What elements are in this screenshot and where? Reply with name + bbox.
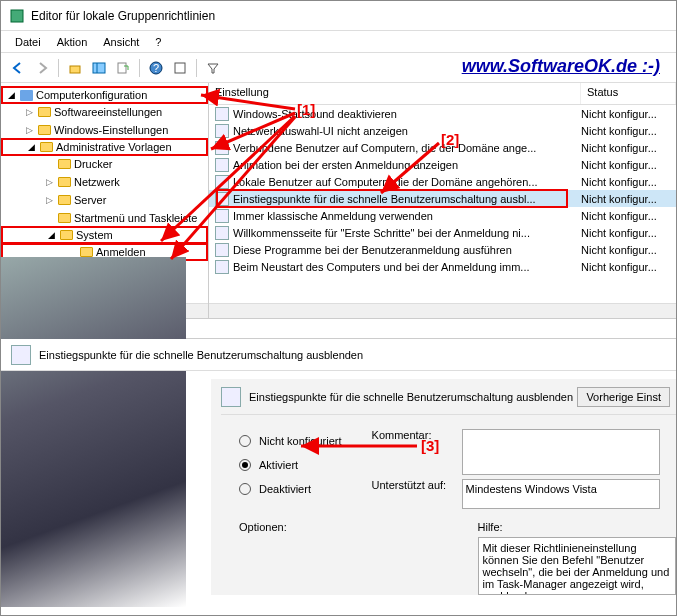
setting-icon [215,175,229,189]
menu-file[interactable]: Datei [7,34,49,50]
setting-icon [215,260,229,274]
folder-icon [58,195,71,205]
row-text: Einstiegspunkte für die schnelle Benutze… [233,193,581,205]
row-status: Nicht konfigur... [581,159,676,171]
expand-icon[interactable]: ▷ [23,107,35,117]
tree-label: Netzwerk [74,176,120,188]
list-row[interactable]: Windows-Startsound deaktivierenNicht kon… [209,105,676,122]
help-label: Hilfe: [478,521,677,533]
list-row[interactable]: Verbundene Benutzer auf Computern, die d… [209,139,676,156]
menu-view[interactable]: Ansicht [95,34,147,50]
show-hide-tree-button[interactable] [88,57,110,79]
expand-icon[interactable]: ◢ [45,230,57,240]
filter-button[interactable] [202,57,224,79]
folder-icon [38,107,51,117]
setting-icon [215,209,229,223]
col-status[interactable]: Status [581,83,676,104]
radio-disabled[interactable]: Deaktiviert [239,477,342,501]
help-button[interactable]: ? [145,57,167,79]
tree-label: Softwareeinstellungen [54,106,162,118]
export-list-button[interactable] [112,57,134,79]
state-radio-group: Nicht konfiguriert Aktiviert Deaktiviert [221,415,342,509]
properties-button[interactable] [169,57,191,79]
help-text-box[interactable]: Mit dieser Richtlinieneinstellung können… [478,537,677,595]
menu-action[interactable]: Aktion [49,34,96,50]
detail-left [11,379,211,595]
folder-icon [40,142,53,152]
svg-rect-2 [93,63,105,73]
tree-system[interactable]: ◢ System [1,226,208,244]
row-status: Nicht konfigur... [581,261,676,273]
list-scrollbar[interactable] [209,303,676,318]
row-text: Immer klassische Anmeldung verwenden [233,210,581,222]
row-status: Nicht konfigur... [581,227,676,239]
tree-printer[interactable]: Drucker [1,155,208,173]
setting-icon [215,243,229,257]
tree-software-settings[interactable]: ▷ Softwareeinstellungen [1,103,208,121]
setting-icon [215,141,229,155]
row-status: Nicht konfigur... [581,176,676,188]
folder-icon [58,213,71,223]
radio-icon [239,459,251,471]
window-title: Editor für lokale Gruppenrichtlinien [31,9,668,23]
expand-icon[interactable]: ◢ [5,90,17,100]
row-text: Animation bei der ersten Anmeldung anzei… [233,159,581,171]
tree-label: Drucker [74,158,113,170]
menu-help[interactable]: ? [147,34,169,50]
col-setting[interactable]: Einstellung [209,83,581,104]
row-text: Diese Programme bei der Benutzeranmeldun… [233,244,581,256]
tree-server[interactable]: ▷ Server [1,191,208,209]
list-header: Einstellung Status [209,83,676,105]
svg-rect-0 [11,10,23,22]
row-text: Verbundene Benutzer auf Computern, die d… [233,142,581,154]
computer-icon [20,90,33,101]
folder-icon [58,177,71,187]
comment-field[interactable] [462,429,660,475]
setting-icon [215,107,229,121]
tree-computer-config[interactable]: ◢ Computerkonfiguration [1,86,208,104]
expand-icon[interactable]: ▷ [43,177,55,187]
options-column: Optionen: [239,521,438,595]
help-text: Mit dieser Richtlinieneinstellung können… [483,542,670,595]
list-row[interactable]: Lokale Benutzer auf Computern, die der D… [209,173,676,190]
row-text: Windows-Startsound deaktivieren [233,108,581,120]
radio-enabled[interactable]: Aktiviert [239,453,342,477]
radio-label: Aktiviert [259,459,298,471]
folder-icon [80,247,93,257]
list-row[interactable]: Netzwerkauswahl-UI nicht anzeigenNicht k… [209,122,676,139]
expand-icon[interactable]: ▷ [23,125,35,135]
tree-windows-settings[interactable]: ▷ Windows-Einstellungen [1,121,208,139]
list-row[interactable]: Beim Neustart des Computers und bei der … [209,258,676,275]
list-row[interactable]: Animation bei der ersten Anmeldung anzei… [209,156,676,173]
forward-button[interactable] [31,57,53,79]
row-status: Nicht konfigur... [581,244,676,256]
tree-label: Computerkonfiguration [36,89,147,101]
setting-icon [215,226,229,240]
tree-label: System [76,229,113,241]
expand-icon[interactable]: ◢ [25,142,37,152]
back-button[interactable] [7,57,29,79]
app-icon [9,8,25,24]
folder-icon [58,159,71,169]
policy-icon [11,345,31,365]
tree-label: Startmenü und Taskleiste [74,212,197,224]
setting-icon [215,158,229,172]
setting-icon [215,192,229,206]
menu-bar: Datei Aktion Ansicht ? [1,31,676,53]
help-column: Hilfe: Mit dieser Richtlinieneinstellung… [478,521,677,595]
list-row[interactable]: Einstiegspunkte für die schnelle Benutze… [209,190,676,207]
expand-icon[interactable]: ▷ [43,195,55,205]
tree-network[interactable]: ▷ Netzwerk [1,173,208,191]
tree-startmenu[interactable]: Startmenü und Taskleiste [1,209,208,227]
tree-label: Windows-Einstellungen [54,124,168,136]
list-row[interactable]: Diese Programme bei der Benutzeranmeldun… [209,241,676,258]
radio-not-configured[interactable]: Nicht konfiguriert [239,429,342,453]
list-row[interactable]: Immer klassische Anmeldung verwendenNich… [209,207,676,224]
up-folder-button[interactable] [64,57,86,79]
tree-admin-templates[interactable]: ◢ Administrative Vorlagen [1,138,208,156]
detail-body: Einstiegspunkte für die schnelle Benutze… [1,371,676,595]
previous-setting-button[interactable]: Vorherige Einst [577,387,670,407]
radio-label: Nicht konfiguriert [259,435,342,447]
list-row[interactable]: Willkommensseite für "Erste Schritte" be… [209,224,676,241]
row-status: Nicht konfigur... [581,142,676,154]
